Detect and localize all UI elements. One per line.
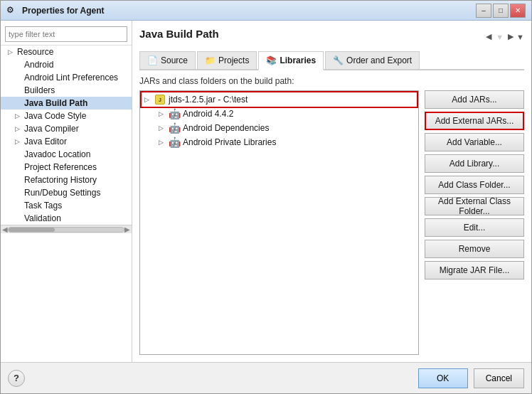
panel-title: Java Build Path: [139, 28, 219, 40]
expand-icon: ▷: [159, 139, 166, 146]
add-library-button[interactable]: Add Library...: [425, 154, 524, 173]
libraries-area: ▷ J jtds-1.2.5.jar - C:\test ▷ 🤖 Android…: [139, 90, 524, 355]
window-icon: ⚙: [6, 5, 18, 16]
expand-icon: ▷: [159, 110, 166, 117]
action-buttons: Add JARs... Add External JARs... Add Var…: [425, 90, 524, 355]
sidebar-item-label: Resource: [17, 47, 53, 57]
add-class-folder-button[interactable]: Add Class Folder...: [425, 176, 524, 194]
close-button[interactable]: ✕: [510, 4, 526, 18]
add-jars-button[interactable]: Add JARs...: [425, 90, 524, 109]
sidebar-item-label: Run/Debug Settings: [24, 188, 100, 198]
tab-order-export[interactable]: 🔧 Order and Export: [325, 51, 420, 69]
sidebar-item-refactoring[interactable]: Refactoring History: [1, 174, 132, 186]
tabs: 📄 Source 📁 Projects 📚 Libraries 🔧 Order …: [139, 51, 524, 70]
lib-item-label: Android 4.4.2: [183, 109, 233, 119]
sidebar-item-builders[interactable]: Builders: [1, 84, 132, 97]
nav-arrows: ◀ ▼ ▶ ▼: [486, 32, 524, 41]
jar-icon: J: [154, 94, 166, 105]
sidebar-item-label: Android Lint Preferences: [24, 73, 118, 82]
nav-dropdown-icon[interactable]: ▼: [516, 33, 524, 41]
main-panel: Java Build Path ◀ ▼ ▶ ▼ 📄 Source 📁 Proje…: [132, 21, 531, 362]
scroll-left-icon[interactable]: ◀: [2, 225, 8, 233]
sidebar-item-label: Android: [24, 60, 53, 70]
arrow-icon: ▷: [15, 112, 22, 119]
window-title: Properties for Agent: [22, 6, 476, 16]
library-list[interactable]: ▷ J jtds-1.2.5.jar - C:\test ▷ 🤖 Android…: [139, 90, 419, 355]
sidebar-scrollbar[interactable]: ◀ ▶: [1, 225, 132, 233]
ok-button[interactable]: OK: [418, 368, 468, 388]
sidebar-item-run-debug[interactable]: Run/Debug Settings: [1, 186, 132, 199]
list-item[interactable]: ▷ J jtds-1.2.5.jar - C:\test: [142, 92, 417, 107]
sidebar-item-java-build-path[interactable]: Java Build Path: [1, 97, 132, 110]
sidebar-item-task-tags[interactable]: Task Tags: [1, 199, 132, 212]
tab-label: Libraries: [280, 55, 316, 65]
sidebar-item-label: Builders: [24, 85, 55, 95]
migrate-jar-button[interactable]: Migrate JAR File...: [425, 261, 524, 279]
tab-label: Projects: [218, 55, 249, 65]
arrow-icon: ▷: [8, 48, 15, 55]
properties-window: ⚙ Properties for Agent – □ ✕ ▷ Resource …: [0, 0, 532, 394]
add-external-jars-button[interactable]: Add External JARs...: [425, 112, 524, 130]
sidebar-item-resource[interactable]: ▷ Resource: [1, 46, 132, 58]
scrollbar-thumb: [9, 228, 55, 232]
sidebar-item-label: Java Code Style: [24, 111, 86, 121]
panel-description: JARs and class folders on the build path…: [139, 76, 524, 86]
sidebar-item-android-lint[interactable]: Android Lint Preferences: [1, 71, 132, 84]
sidebar-item-java-editor[interactable]: ▷ Java Editor: [1, 135, 132, 148]
nav-forward-icon[interactable]: ▶: [508, 32, 514, 41]
edit-button[interactable]: Edit...: [425, 218, 524, 237]
android-icon: 🤖: [169, 108, 180, 119]
remove-button[interactable]: Remove: [425, 240, 524, 258]
expand-icon: ▷: [159, 124, 166, 132]
footer-buttons: OK Cancel: [418, 368, 524, 388]
lib-item-label: Android Private Libraries: [183, 137, 276, 147]
lib-item-label: Android Dependencies: [183, 123, 269, 133]
sidebar-item-validation[interactable]: Validation: [1, 212, 132, 225]
nav-back-icon[interactable]: ◀: [486, 32, 491, 41]
minimize-button[interactable]: –: [476, 4, 491, 18]
sidebar-item-android[interactable]: Android: [1, 58, 132, 71]
android-icon: 🤖: [169, 137, 180, 148]
arrow-icon: ▷: [15, 138, 22, 145]
list-item[interactable]: ▷ 🤖 Android Dependencies: [142, 121, 417, 135]
add-variable-button[interactable]: Add Variable...: [425, 133, 524, 151]
help-button[interactable]: ?: [8, 370, 25, 387]
sidebar-item-label: Java Editor: [24, 137, 67, 147]
expand-icon: ▷: [144, 96, 151, 103]
tab-projects[interactable]: 📁 Projects: [197, 51, 257, 69]
sidebar-item-label: Task Tags: [24, 201, 62, 211]
sidebar-item-javadoc[interactable]: Javadoc Location: [1, 148, 132, 161]
android-icon: 🤖: [169, 122, 180, 134]
scroll-right-icon[interactable]: ▶: [124, 225, 130, 233]
sidebar-item-label: Java Compiler: [24, 124, 79, 134]
libraries-tab-icon: 📚: [266, 55, 277, 65]
arrow-icon: ▷: [15, 125, 22, 132]
tab-label: Source: [161, 55, 188, 65]
content-area: ▷ Resource Android Android Lint Preferen…: [1, 21, 531, 362]
list-item[interactable]: ▷ 🤖 Android 4.4.2: [142, 107, 417, 121]
sidebar-item-label: Validation: [24, 213, 61, 223]
sidebar-item-java-compiler[interactable]: ▷ Java Compiler: [1, 122, 132, 135]
tab-label: Order and Export: [346, 55, 412, 65]
maximize-button[interactable]: □: [493, 4, 509, 18]
footer: ? OK Cancel: [1, 362, 531, 393]
tab-libraries[interactable]: 📚 Libraries: [258, 51, 324, 70]
sidebar-item-label: Refactoring History: [24, 175, 97, 185]
sidebar-item-label: Javadoc Location: [24, 149, 90, 159]
lib-item-label: jtds-1.2.5.jar - C:\test: [169, 95, 248, 105]
sidebar-item-label: Project References: [24, 162, 97, 172]
scrollbar-track: [8, 227, 124, 233]
nav-spacer: ▼: [496, 33, 504, 41]
cancel-button[interactable]: Cancel: [474, 368, 524, 388]
titlebar-controls: – □ ✕: [476, 4, 526, 18]
list-item[interactable]: ▷ 🤖 Android Private Libraries: [142, 135, 417, 149]
add-external-class-folder-button[interactable]: Add External Class Folder...: [425, 197, 524, 215]
filter-input[interactable]: [5, 26, 127, 42]
projects-tab-icon: 📁: [205, 55, 216, 65]
sidebar-item-label: Java Build Path: [24, 98, 87, 108]
sidebar-item-java-code-style[interactable]: ▷ Java Code Style: [1, 110, 132, 122]
sidebar-item-project-references[interactable]: Project References: [1, 161, 132, 174]
tab-source[interactable]: 📄 Source: [139, 51, 196, 69]
source-tab-icon: 📄: [147, 55, 158, 65]
titlebar: ⚙ Properties for Agent – □ ✕: [1, 1, 531, 21]
